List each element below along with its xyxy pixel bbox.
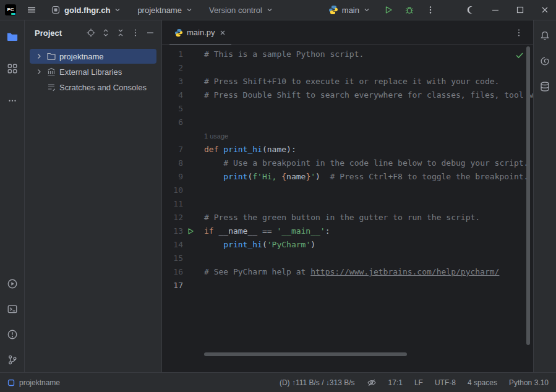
line-number: 6 <box>162 116 183 129</box>
vertical-scrollbar[interactable] <box>526 46 530 345</box>
code-line[interactable]: 8 # Use a breakpoint in the code line be… <box>162 156 533 170</box>
code-line[interactable]: 14 print_hi('PyCharm') <box>162 238 533 252</box>
status-line-ending[interactable]: LF <box>414 378 423 387</box>
line-number: 14 <box>162 238 183 252</box>
status-bar: projektname (D) ↑111 B/s / ↓313 B/s 17:1… <box>0 372 556 392</box>
line-number: 1 <box>162 48 183 61</box>
code-line[interactable]: 3# Press Shift+F10 to execute it or repl… <box>162 75 533 88</box>
tree-item-label: projektname <box>59 52 104 61</box>
code-line[interactable]: 4# Press Double Shift to search everywhe… <box>162 88 533 102</box>
run-button[interactable] <box>380 2 396 18</box>
maximize-button[interactable] <box>509 0 531 20</box>
chevron-down-icon <box>186 6 193 14</box>
branch-widget[interactable]: projektname <box>134 3 197 17</box>
ai-assistant-icon[interactable] <box>537 53 553 69</box>
libraries-icon <box>46 67 57 77</box>
run-config-widget[interactable]: main <box>325 2 374 17</box>
usages-inlay-hint[interactable]: 1 usage <box>204 132 228 140</box>
chevron-right-icon[interactable] <box>35 68 43 75</box>
version-control-label: Version control <box>209 6 262 15</box>
expand-all-icon[interactable] <box>98 25 113 40</box>
problems-toolwindow-icon[interactable] <box>4 326 20 343</box>
run-config-label: main <box>342 6 359 15</box>
code-line[interactable]: 17 <box>162 279 533 292</box>
chevron-down-icon <box>114 6 121 14</box>
collapse-all-icon[interactable] <box>113 25 128 40</box>
scratches-icon <box>46 82 57 92</box>
line-number: 15 <box>162 252 183 265</box>
debug-button[interactable] <box>401 2 417 18</box>
editor-options-icon[interactable] <box>511 25 527 41</box>
project-tree: projektname External Libraries Scratches… <box>25 45 161 95</box>
tab-main-py[interactable]: main.py <box>169 20 231 45</box>
status-caret-position[interactable]: 17:1 <box>388 378 403 387</box>
code-line[interactable]: 7def print_hi(name): <box>162 143 533 156</box>
inspections-ok-icon[interactable] <box>515 50 524 60</box>
line-number: 8 <box>162 156 183 170</box>
tab-close-icon[interactable] <box>219 29 226 36</box>
minimize-button[interactable] <box>484 0 507 20</box>
status-encoding[interactable]: UTF-8 <box>435 378 456 387</box>
project-avatar-icon <box>51 5 61 15</box>
line-number: 13 <box>162 224 183 238</box>
status-network: (D) ↑111 B/s / ↓313 B/s <box>280 378 355 387</box>
code-line[interactable]: 5 <box>162 102 533 116</box>
editor-area: main.py 1# This is a sample Python scrip… <box>162 20 533 372</box>
code-editor[interactable]: 1# This is a sample Python script.23# Pr… <box>162 45 533 372</box>
project-toolwindow-icon[interactable] <box>4 28 20 45</box>
branch-widget-label: projektname <box>137 6 182 15</box>
right-toolwindow-rail <box>533 20 556 372</box>
tree-item-label: External Libraries <box>59 67 122 77</box>
git-toolwindow-icon[interactable] <box>4 352 20 368</box>
run-line-gutter-icon[interactable] <box>183 224 204 238</box>
code-line[interactable]: 11 <box>162 197 533 211</box>
pycharm-logo-icon: PC <box>5 4 16 15</box>
hide-panel-icon[interactable] <box>143 25 158 40</box>
tree-item-projektname[interactable]: projektname <box>30 49 156 64</box>
editor-tab-bar: main.py <box>162 20 533 45</box>
project-panel-header: Project <box>25 20 161 45</box>
hamburger-menu-icon[interactable] <box>24 2 40 18</box>
line-number: 3 <box>162 75 183 88</box>
code-line[interactable]: 1# This is a sample Python script. <box>162 48 533 61</box>
status-interpreter[interactable]: Python 3.10 <box>509 378 549 387</box>
tree-item-external-libraries[interactable]: External Libraries <box>30 64 156 79</box>
project-switcher[interactable]: gold.fhgr.ch <box>47 2 125 17</box>
status-project-label: projektname <box>19 378 60 387</box>
terminal-toolwindow-icon[interactable] <box>4 301 20 317</box>
line-number: 7 <box>162 143 183 156</box>
python-icon <box>328 5 338 15</box>
more-toolwindows-icon[interactable] <box>4 93 20 109</box>
chevron-right-icon[interactable] <box>35 53 43 60</box>
locate-file-icon[interactable] <box>83 25 98 40</box>
code-line[interactable]: 10 <box>162 184 533 197</box>
code-line[interactable]: 2 <box>162 61 533 75</box>
more-actions-icon[interactable] <box>422 2 438 18</box>
code-line[interactable]: 16# See PyCharm help at https://www.jetb… <box>162 265 533 279</box>
inlay-hint-line[interactable]: 1 usage <box>162 129 533 143</box>
code-line[interactable]: 13if __name__ == '__main__': <box>162 224 533 238</box>
notifications-bell-icon[interactable] <box>537 28 553 44</box>
run-toolwindow-icon[interactable] <box>4 276 20 292</box>
close-button[interactable] <box>534 0 556 20</box>
version-control-widget[interactable]: Version control <box>205 3 277 17</box>
tree-item-label: Scratches and Consoles <box>59 83 147 92</box>
folder-icon <box>46 51 57 61</box>
code-line[interactable]: 9 print(f'Hi, {name}') # Press Ctrl+F8 t… <box>162 170 533 184</box>
code-line[interactable]: 15 <box>162 252 533 265</box>
structure-toolwindow-icon[interactable] <box>4 61 20 77</box>
code-lines: 1# This is a sample Python script.23# Pr… <box>162 45 533 292</box>
panel-options-icon[interactable] <box>128 25 143 40</box>
project-panel: Project <box>25 20 162 372</box>
horizontal-scrollbar[interactable] <box>204 352 407 356</box>
status-indent[interactable]: 4 spaces <box>468 378 497 387</box>
theme-toggle-icon[interactable] <box>460 0 482 20</box>
left-toolwindow-rail <box>0 20 25 372</box>
code-line[interactable]: 6 <box>162 116 533 129</box>
code-line[interactable]: 12# Press the green button in the gutter… <box>162 211 533 224</box>
highlighting-level-icon[interactable] <box>367 378 377 388</box>
tab-label: main.py <box>187 28 215 37</box>
tree-item-scratches[interactable]: Scratches and Consoles <box>30 80 156 95</box>
database-icon[interactable] <box>537 79 553 95</box>
line-number: 11 <box>162 197 183 211</box>
